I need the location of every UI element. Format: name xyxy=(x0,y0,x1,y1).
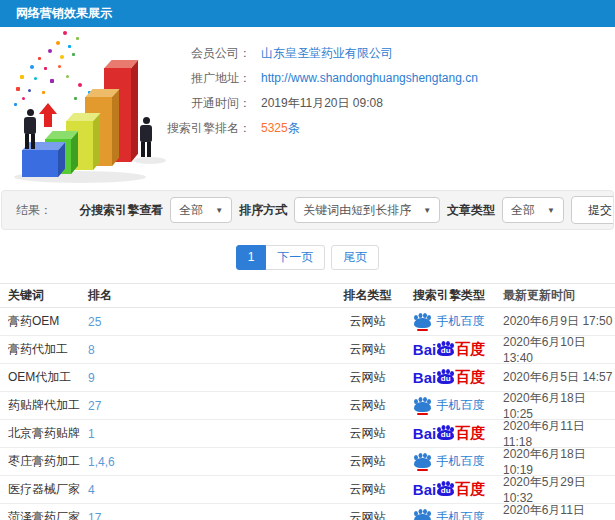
table-row: OEM代加工9云网站Baidu百度2020年6月5日 14:57 xyxy=(0,364,615,392)
last-page-button[interactable]: 尾页 xyxy=(331,245,379,270)
info-row: 搜索引擎排名：5325条 xyxy=(155,116,615,141)
submit-button[interactable]: 提交 xyxy=(571,196,614,224)
mobile-baidu-logo: 手机百度 xyxy=(414,509,485,520)
update-time-cell: 2020年5月29日 10:32 xyxy=(503,474,615,505)
rank-link[interactable]: 4 xyxy=(88,483,95,497)
baidu-logo: Baidu百度 xyxy=(413,424,485,443)
rank-type-cell: 云网站 xyxy=(340,341,395,358)
baidu-logo-name: 百度 xyxy=(455,424,485,443)
baidu-logo-name: 百度 xyxy=(455,480,485,499)
businessman-figure xyxy=(24,109,36,149)
bar-blue xyxy=(22,150,58,177)
chevron-down-icon: ▼ xyxy=(423,206,431,215)
engine-cell: 手机百度 xyxy=(395,509,503,520)
next-page-button[interactable]: 下一页 xyxy=(266,245,325,270)
mobile-baidu-icon xyxy=(414,313,431,331)
rank-cell: 9 xyxy=(88,371,340,385)
table-row: 膏药OEM25云网站手机百度2020年6月9日 17:50 xyxy=(0,308,615,336)
growth-bar-chart-illustration xyxy=(8,31,188,186)
rank-link[interactable]: 9 xyxy=(88,371,95,385)
rank-type-cell: 云网站 xyxy=(340,369,395,386)
rank-link[interactable]: 8 xyxy=(88,343,95,357)
baidu-paw-icon: du xyxy=(437,369,454,384)
page-title: 网络营销效果展示 xyxy=(16,6,112,20)
engine-cell: Baidu百度 xyxy=(395,480,503,499)
update-time-cell: 2020年6月10日 13:40 xyxy=(503,334,615,365)
article-type-label: 文章类型 xyxy=(447,202,495,219)
mobile-baidu-icon xyxy=(414,397,431,415)
baidu-logo-bai: Bai xyxy=(413,481,436,498)
header-keyword: 关键词 xyxy=(0,287,88,304)
info-value: 5325条 xyxy=(261,121,300,135)
rank-cell: 8 xyxy=(88,343,340,357)
chevron-down-icon: ▼ xyxy=(215,206,223,215)
paw-pad: du xyxy=(437,486,454,496)
baidu-logo-bai: Bai xyxy=(413,369,436,386)
update-time-cell: 2020年6月11日 11:40 xyxy=(503,502,615,520)
info-link[interactable]: 山东皇圣堂药业有限公司 xyxy=(261,46,393,60)
keyword-cell: OEM代加工 xyxy=(0,369,88,386)
baidu-paw-icon: du xyxy=(437,341,454,356)
keyword-cell: 医疗器械厂家 xyxy=(0,481,88,498)
rank-link[interactable]: 25 xyxy=(88,315,101,329)
keyword-cell: 膏药OEM xyxy=(0,313,88,330)
paw-underline xyxy=(417,413,428,415)
up-arrow-icon xyxy=(39,103,57,127)
results-table: 关键词 排名 排名类型 搜索引擎类型 最新更新时间 膏药OEM25云网站手机百度… xyxy=(0,283,615,520)
info-section: 会员公司：山东皇圣堂药业有限公司推广地址：http://www.shandong… xyxy=(0,27,615,190)
header-update-time: 最新更新时间 xyxy=(503,287,615,304)
engine-view-select[interactable]: 全部 ▼ xyxy=(170,197,232,223)
info-link[interactable]: http://www.shandonghuangshengtang.cn xyxy=(261,71,478,85)
sort-select[interactable]: 关键词由短到长排序 ▼ xyxy=(294,197,440,223)
rank-link[interactable]: 1,4,6 xyxy=(88,455,115,469)
baidu-logo-name: 百度 xyxy=(455,368,485,387)
rank-cell: 4 xyxy=(88,483,340,497)
update-time-cell: 2020年6月9日 17:50 xyxy=(503,313,615,330)
table-row: 枣庄膏药加工1,4,6云网站手机百度2020年6月18日 10:19 xyxy=(0,448,615,476)
pagination: 1 下一页 尾页 xyxy=(0,230,615,283)
businessman-figure xyxy=(140,117,152,157)
rank-cell: 25 xyxy=(88,315,340,329)
table-row: 菏泽膏药厂家17云网站手机百度2020年6月11日 11:40 xyxy=(0,504,615,520)
rank-link[interactable]: 27 xyxy=(88,399,101,413)
mobile-baidu-label: 手机百度 xyxy=(437,313,485,330)
engine-cell: 手机百度 xyxy=(395,453,503,471)
info-value: 2019年11月20日 09:08 xyxy=(261,96,383,110)
baidu-logo-name: 百度 xyxy=(455,340,485,359)
engine-cell: 手机百度 xyxy=(395,397,503,415)
table-row: 药贴牌代加工27云网站手机百度2020年6月18日 10:25 xyxy=(0,392,615,420)
filter-bar: 结果： 分搜索引擎查看 全部 ▼ 排序方式 关键词由短到长排序 ▼ 文章类型 全… xyxy=(1,190,614,230)
rank-cell: 27 xyxy=(88,399,340,413)
filter-controls: 分搜索引擎查看 全部 ▼ 排序方式 关键词由短到长排序 ▼ 文章类型 全部 ▼ … xyxy=(79,196,613,224)
title-bar: 网络营销效果展示 xyxy=(0,0,615,27)
paw-pad xyxy=(414,318,431,328)
rank-link[interactable]: 17 xyxy=(88,511,101,520)
info-row: 会员公司：山东皇圣堂药业有限公司 xyxy=(155,41,615,66)
rank-type-cell: 云网站 xyxy=(340,425,395,442)
baidu-logo-bai: Bai xyxy=(413,341,436,358)
baidu-paw-icon xyxy=(414,313,431,328)
paw-pad xyxy=(414,514,431,520)
rank-type-cell: 云网站 xyxy=(340,481,395,498)
rank-cell: 1 xyxy=(88,427,340,441)
mobile-baidu-label: 手机百度 xyxy=(437,453,485,470)
table-header-row: 关键词 排名 排名类型 搜索引擎类型 最新更新时间 xyxy=(0,283,615,308)
info-row: 推广地址：http://www.shandonghuangshengtang.c… xyxy=(155,66,615,91)
paw-pad: du xyxy=(437,374,454,384)
chevron-down-icon: ▼ xyxy=(547,206,555,215)
baidu-logo: Baidu百度 xyxy=(413,480,485,499)
article-type-select[interactable]: 全部 ▼ xyxy=(502,197,564,223)
keyword-cell: 药贴牌代加工 xyxy=(0,397,88,414)
rank-cell: 1,4,6 xyxy=(88,455,340,469)
baidu-paw-icon xyxy=(414,509,431,520)
mobile-baidu-icon xyxy=(414,509,431,520)
update-time-cell: 2020年6月18日 10:25 xyxy=(503,390,615,421)
header-rank-type: 排名类型 xyxy=(340,287,395,304)
table-row: 膏药代加工8云网站Baidu百度2020年6月10日 13:40 xyxy=(0,336,615,364)
baidu-logo: Baidu百度 xyxy=(413,340,485,359)
paw-pad: du xyxy=(437,430,454,440)
page-1-button[interactable]: 1 xyxy=(236,245,267,270)
baidu-paw-icon xyxy=(414,453,431,468)
rank-link[interactable]: 1 xyxy=(88,427,95,441)
engine-cell: 手机百度 xyxy=(395,313,503,331)
